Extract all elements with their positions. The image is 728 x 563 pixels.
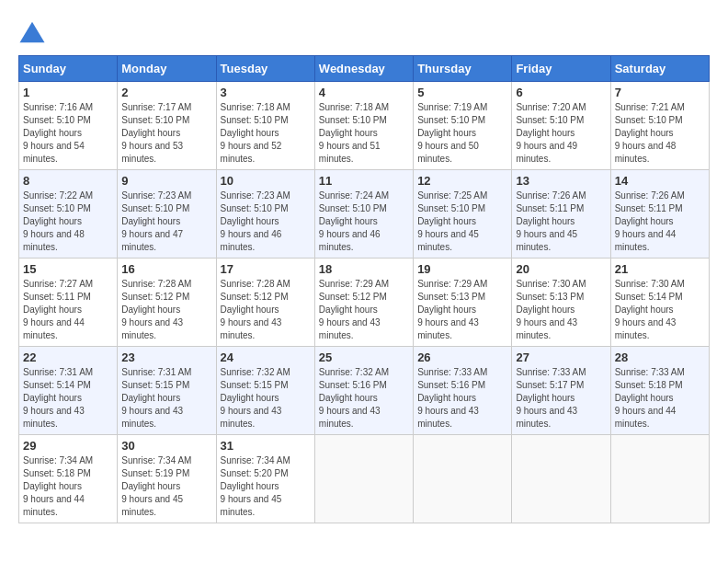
day-info: Sunrise: 7:33 AM Sunset: 5:18 PM Dayligh… <box>615 367 685 429</box>
day-number: 1 <box>23 86 113 99</box>
day-info: Sunrise: 7:25 AM Sunset: 5:10 PM Dayligh… <box>417 190 487 252</box>
logo-icon <box>18 18 46 46</box>
day-info: Sunrise: 7:18 AM Sunset: 5:10 PM Dayligh… <box>319 102 389 164</box>
day-info: Sunrise: 7:19 AM Sunset: 5:10 PM Dayligh… <box>417 102 487 164</box>
day-number: 2 <box>121 86 211 99</box>
day-number: 22 <box>23 350 113 364</box>
day-number: 15 <box>23 262 113 276</box>
calendar-week-2: 8 Sunrise: 7:22 AM Sunset: 5:10 PM Dayli… <box>19 170 710 259</box>
calendar-cell: 3 Sunrise: 7:18 AM Sunset: 5:10 PM Dayli… <box>216 82 314 170</box>
calendar-cell: 10 Sunrise: 7:23 AM Sunset: 5:10 PM Dayl… <box>216 170 314 259</box>
calendar-cell: 14 Sunrise: 7:26 AM Sunset: 5:11 PM Dayl… <box>610 170 709 259</box>
calendar-cell: 28 Sunrise: 7:33 AM Sunset: 5:18 PM Dayl… <box>610 347 709 435</box>
day-number: 11 <box>319 174 409 188</box>
calendar-body: 1 Sunrise: 7:16 AM Sunset: 5:10 PM Dayli… <box>19 82 710 523</box>
day-info: Sunrise: 7:26 AM Sunset: 5:11 PM Dayligh… <box>516 190 586 252</box>
day-info: Sunrise: 7:34 AM Sunset: 5:19 PM Dayligh… <box>121 455 191 517</box>
calendar-cell: 1 Sunrise: 7:16 AM Sunset: 5:10 PM Dayli… <box>19 82 118 170</box>
calendar-cell: 31 Sunrise: 7:34 AM Sunset: 5:20 PM Dayl… <box>216 435 314 523</box>
calendar-cell <box>610 435 709 523</box>
day-info: Sunrise: 7:28 AM Sunset: 5:12 PM Dayligh… <box>121 279 191 340</box>
day-number: 27 <box>516 350 606 364</box>
calendar-cell: 29 Sunrise: 7:34 AM Sunset: 5:18 PM Dayl… <box>19 435 118 523</box>
day-info: Sunrise: 7:23 AM Sunset: 5:10 PM Dayligh… <box>221 190 290 252</box>
calendar-cell: 25 Sunrise: 7:32 AM Sunset: 5:16 PM Dayl… <box>314 347 413 435</box>
day-info: Sunrise: 7:31 AM Sunset: 5:14 PM Dayligh… <box>23 367 93 429</box>
day-info: Sunrise: 7:33 AM Sunset: 5:17 PM Dayligh… <box>516 367 586 429</box>
calendar-cell: 2 Sunrise: 7:17 AM Sunset: 5:10 PM Dayli… <box>118 82 216 170</box>
day-info: Sunrise: 7:27 AM Sunset: 5:11 PM Dayligh… <box>23 279 93 340</box>
day-number: 5 <box>417 86 507 99</box>
calendar-cell: 5 Sunrise: 7:19 AM Sunset: 5:10 PM Dayli… <box>414 82 512 170</box>
day-number: 29 <box>23 439 113 453</box>
day-info: Sunrise: 7:34 AM Sunset: 5:18 PM Dayligh… <box>23 455 93 517</box>
calendar-cell: 27 Sunrise: 7:33 AM Sunset: 5:17 PM Dayl… <box>512 347 610 435</box>
calendar-cell: 24 Sunrise: 7:32 AM Sunset: 5:15 PM Dayl… <box>216 347 314 435</box>
day-number: 13 <box>516 174 606 188</box>
day-info: Sunrise: 7:34 AM Sunset: 5:20 PM Dayligh… <box>221 455 290 517</box>
day-info: Sunrise: 7:32 AM Sunset: 5:16 PM Dayligh… <box>319 367 389 429</box>
calendar-week-5: 29 Sunrise: 7:34 AM Sunset: 5:18 PM Dayl… <box>19 435 710 523</box>
day-number: 18 <box>319 262 409 276</box>
calendar-table: SundayMondayTuesdayWednesdayThursdayFrid… <box>18 55 710 523</box>
calendar-cell <box>414 435 512 523</box>
calendar-cell: 22 Sunrise: 7:31 AM Sunset: 5:14 PM Dayl… <box>19 347 118 435</box>
weekday-header-tuesday: Tuesday <box>216 56 314 82</box>
calendar-cell: 12 Sunrise: 7:25 AM Sunset: 5:10 PM Dayl… <box>414 170 512 259</box>
calendar-cell: 21 Sunrise: 7:30 AM Sunset: 5:14 PM Dayl… <box>610 259 709 347</box>
calendar-cell <box>512 435 610 523</box>
day-info: Sunrise: 7:26 AM Sunset: 5:11 PM Dayligh… <box>615 190 685 252</box>
day-info: Sunrise: 7:16 AM Sunset: 5:10 PM Dayligh… <box>23 102 93 164</box>
weekday-header-wednesday: Wednesday <box>314 56 413 82</box>
calendar-cell: 16 Sunrise: 7:28 AM Sunset: 5:12 PM Dayl… <box>118 259 216 347</box>
calendar-cell: 26 Sunrise: 7:33 AM Sunset: 5:16 PM Dayl… <box>414 347 512 435</box>
day-info: Sunrise: 7:22 AM Sunset: 5:10 PM Dayligh… <box>23 190 93 252</box>
day-number: 25 <box>319 350 409 364</box>
calendar-cell: 17 Sunrise: 7:28 AM Sunset: 5:12 PM Dayl… <box>216 259 314 347</box>
calendar-header: SundayMondayTuesdayWednesdayThursdayFrid… <box>19 56 710 82</box>
day-number: 17 <box>221 262 311 276</box>
calendar-cell: 6 Sunrise: 7:20 AM Sunset: 5:10 PM Dayli… <box>512 82 610 170</box>
calendar-cell: 7 Sunrise: 7:21 AM Sunset: 5:10 PM Dayli… <box>610 82 709 170</box>
calendar-cell: 30 Sunrise: 7:34 AM Sunset: 5:19 PM Dayl… <box>118 435 216 523</box>
page-header <box>18 18 710 46</box>
weekday-header-saturday: Saturday <box>610 56 709 82</box>
day-info: Sunrise: 7:31 AM Sunset: 5:15 PM Dayligh… <box>121 367 191 429</box>
calendar-week-4: 22 Sunrise: 7:31 AM Sunset: 5:14 PM Dayl… <box>19 347 710 435</box>
day-info: Sunrise: 7:28 AM Sunset: 5:12 PM Dayligh… <box>221 279 290 340</box>
weekday-header-thursday: Thursday <box>414 56 512 82</box>
weekday-header-row: SundayMondayTuesdayWednesdayThursdayFrid… <box>19 56 710 82</box>
day-number: 7 <box>615 86 705 99</box>
calendar-cell: 9 Sunrise: 7:23 AM Sunset: 5:10 PM Dayli… <box>118 170 216 259</box>
calendar-week-1: 1 Sunrise: 7:16 AM Sunset: 5:10 PM Dayli… <box>19 82 710 170</box>
day-info: Sunrise: 7:33 AM Sunset: 5:16 PM Dayligh… <box>417 367 487 429</box>
day-info: Sunrise: 7:18 AM Sunset: 5:10 PM Dayligh… <box>221 102 290 164</box>
day-number: 3 <box>221 86 311 99</box>
day-number: 21 <box>615 262 705 276</box>
calendar-cell: 13 Sunrise: 7:26 AM Sunset: 5:11 PM Dayl… <box>512 170 610 259</box>
day-info: Sunrise: 7:20 AM Sunset: 5:10 PM Dayligh… <box>516 102 586 164</box>
day-number: 4 <box>319 86 409 99</box>
day-info: Sunrise: 7:30 AM Sunset: 5:14 PM Dayligh… <box>615 279 685 340</box>
day-number: 12 <box>417 174 507 188</box>
day-number: 8 <box>23 174 113 188</box>
day-info: Sunrise: 7:29 AM Sunset: 5:12 PM Dayligh… <box>319 279 389 340</box>
svg-marker-0 <box>20 22 45 43</box>
day-info: Sunrise: 7:24 AM Sunset: 5:10 PM Dayligh… <box>319 190 389 252</box>
day-number: 24 <box>221 350 311 364</box>
day-info: Sunrise: 7:23 AM Sunset: 5:10 PM Dayligh… <box>121 190 191 252</box>
calendar-week-3: 15 Sunrise: 7:27 AM Sunset: 5:11 PM Dayl… <box>19 259 710 347</box>
day-number: 20 <box>516 262 606 276</box>
day-info: Sunrise: 7:32 AM Sunset: 5:15 PM Dayligh… <box>221 367 290 429</box>
day-number: 14 <box>615 174 705 188</box>
day-number: 19 <box>417 262 507 276</box>
day-number: 31 <box>221 439 311 453</box>
day-info: Sunrise: 7:30 AM Sunset: 5:13 PM Dayligh… <box>516 279 586 340</box>
day-number: 9 <box>121 174 211 188</box>
weekday-header-sunday: Sunday <box>19 56 118 82</box>
weekday-header-friday: Friday <box>512 56 610 82</box>
day-number: 6 <box>516 86 606 99</box>
day-number: 23 <box>121 350 211 364</box>
calendar-cell: 23 Sunrise: 7:31 AM Sunset: 5:15 PM Dayl… <box>118 347 216 435</box>
calendar-cell: 15 Sunrise: 7:27 AM Sunset: 5:11 PM Dayl… <box>19 259 118 347</box>
